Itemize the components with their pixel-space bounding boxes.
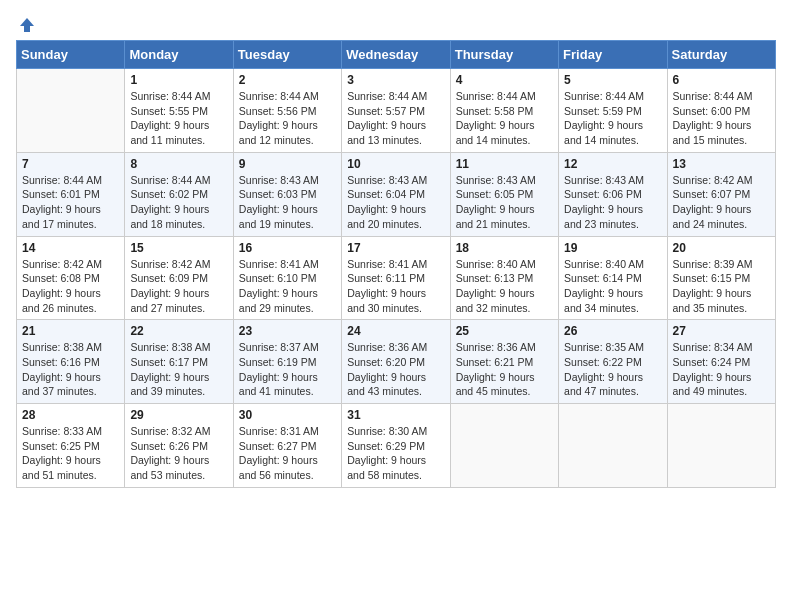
day-number: 9 [239, 157, 336, 171]
cell-info: Sunrise: 8:41 AM Sunset: 6:10 PM Dayligh… [239, 257, 336, 316]
daylight: Daylight: 9 hours and 19 minutes. [239, 203, 318, 230]
calendar-cell: 20 Sunrise: 8:39 AM Sunset: 6:15 PM Dayl… [667, 236, 775, 320]
sunrise: Sunrise: 8:36 AM [456, 341, 536, 353]
cell-info: Sunrise: 8:40 AM Sunset: 6:13 PM Dayligh… [456, 257, 553, 316]
calendar-header-row: SundayMondayTuesdayWednesdayThursdayFrid… [17, 41, 776, 69]
day-number: 31 [347, 408, 444, 422]
sunrise: Sunrise: 8:40 AM [564, 258, 644, 270]
calendar-cell [667, 404, 775, 488]
cell-info: Sunrise: 8:39 AM Sunset: 6:15 PM Dayligh… [673, 257, 770, 316]
sunrise: Sunrise: 8:44 AM [673, 90, 753, 102]
daylight: Daylight: 9 hours and 11 minutes. [130, 119, 209, 146]
sunset: Sunset: 6:17 PM [130, 356, 208, 368]
calendar-cell: 4 Sunrise: 8:44 AM Sunset: 5:58 PM Dayli… [450, 69, 558, 153]
calendar-cell: 11 Sunrise: 8:43 AM Sunset: 6:05 PM Dayl… [450, 152, 558, 236]
svg-marker-0 [20, 18, 34, 32]
sunrise: Sunrise: 8:33 AM [22, 425, 102, 437]
col-header-wednesday: Wednesday [342, 41, 450, 69]
cell-info: Sunrise: 8:30 AM Sunset: 6:29 PM Dayligh… [347, 424, 444, 483]
daylight: Daylight: 9 hours and 14 minutes. [564, 119, 643, 146]
col-header-saturday: Saturday [667, 41, 775, 69]
week-row-2: 7 Sunrise: 8:44 AM Sunset: 6:01 PM Dayli… [17, 152, 776, 236]
daylight: Daylight: 9 hours and 58 minutes. [347, 454, 426, 481]
calendar-cell: 26 Sunrise: 8:35 AM Sunset: 6:22 PM Dayl… [559, 320, 667, 404]
day-number: 30 [239, 408, 336, 422]
calendar-cell: 5 Sunrise: 8:44 AM Sunset: 5:59 PM Dayli… [559, 69, 667, 153]
cell-info: Sunrise: 8:34 AM Sunset: 6:24 PM Dayligh… [673, 340, 770, 399]
sunrise: Sunrise: 8:43 AM [347, 174, 427, 186]
day-number: 29 [130, 408, 227, 422]
calendar-cell: 18 Sunrise: 8:40 AM Sunset: 6:13 PM Dayl… [450, 236, 558, 320]
cell-info: Sunrise: 8:44 AM Sunset: 5:57 PM Dayligh… [347, 89, 444, 148]
sunset: Sunset: 6:09 PM [130, 272, 208, 284]
sunset: Sunset: 6:29 PM [347, 440, 425, 452]
sunset: Sunset: 6:20 PM [347, 356, 425, 368]
sunset: Sunset: 6:00 PM [673, 105, 751, 117]
sunset: Sunset: 6:24 PM [673, 356, 751, 368]
sunset: Sunset: 6:01 PM [22, 188, 100, 200]
calendar-cell: 14 Sunrise: 8:42 AM Sunset: 6:08 PM Dayl… [17, 236, 125, 320]
sunrise: Sunrise: 8:44 AM [239, 90, 319, 102]
calendar-cell: 12 Sunrise: 8:43 AM Sunset: 6:06 PM Dayl… [559, 152, 667, 236]
cell-info: Sunrise: 8:42 AM Sunset: 6:08 PM Dayligh… [22, 257, 119, 316]
sunrise: Sunrise: 8:44 AM [22, 174, 102, 186]
cell-info: Sunrise: 8:41 AM Sunset: 6:11 PM Dayligh… [347, 257, 444, 316]
daylight: Daylight: 9 hours and 24 minutes. [673, 203, 752, 230]
calendar-cell: 1 Sunrise: 8:44 AM Sunset: 5:55 PM Dayli… [125, 69, 233, 153]
cell-info: Sunrise: 8:36 AM Sunset: 6:21 PM Dayligh… [456, 340, 553, 399]
calendar-cell: 13 Sunrise: 8:42 AM Sunset: 6:07 PM Dayl… [667, 152, 775, 236]
sunset: Sunset: 6:04 PM [347, 188, 425, 200]
day-number: 21 [22, 324, 119, 338]
cell-info: Sunrise: 8:37 AM Sunset: 6:19 PM Dayligh… [239, 340, 336, 399]
day-number: 5 [564, 73, 661, 87]
cell-info: Sunrise: 8:33 AM Sunset: 6:25 PM Dayligh… [22, 424, 119, 483]
day-number: 18 [456, 241, 553, 255]
sunrise: Sunrise: 8:42 AM [130, 258, 210, 270]
daylight: Daylight: 9 hours and 14 minutes. [456, 119, 535, 146]
daylight: Daylight: 9 hours and 26 minutes. [22, 287, 101, 314]
sunset: Sunset: 6:27 PM [239, 440, 317, 452]
sunset: Sunset: 6:22 PM [564, 356, 642, 368]
calendar-cell: 7 Sunrise: 8:44 AM Sunset: 6:01 PM Dayli… [17, 152, 125, 236]
sunset: Sunset: 6:02 PM [130, 188, 208, 200]
daylight: Daylight: 9 hours and 39 minutes. [130, 371, 209, 398]
day-number: 14 [22, 241, 119, 255]
calendar-cell: 8 Sunrise: 8:44 AM Sunset: 6:02 PM Dayli… [125, 152, 233, 236]
sunrise: Sunrise: 8:43 AM [456, 174, 536, 186]
col-header-tuesday: Tuesday [233, 41, 341, 69]
cell-info: Sunrise: 8:38 AM Sunset: 6:17 PM Dayligh… [130, 340, 227, 399]
sunset: Sunset: 6:13 PM [456, 272, 534, 284]
sunset: Sunset: 5:58 PM [456, 105, 534, 117]
day-number: 1 [130, 73, 227, 87]
sunset: Sunset: 6:10 PM [239, 272, 317, 284]
daylight: Daylight: 9 hours and 27 minutes. [130, 287, 209, 314]
sunrise: Sunrise: 8:31 AM [239, 425, 319, 437]
cell-info: Sunrise: 8:43 AM Sunset: 6:05 PM Dayligh… [456, 173, 553, 232]
day-number: 11 [456, 157, 553, 171]
cell-info: Sunrise: 8:38 AM Sunset: 6:16 PM Dayligh… [22, 340, 119, 399]
calendar-cell: 10 Sunrise: 8:43 AM Sunset: 6:04 PM Dayl… [342, 152, 450, 236]
logo [16, 16, 36, 30]
calendar-cell: 3 Sunrise: 8:44 AM Sunset: 5:57 PM Dayli… [342, 69, 450, 153]
calendar-cell: 25 Sunrise: 8:36 AM Sunset: 6:21 PM Dayl… [450, 320, 558, 404]
calendar-cell: 15 Sunrise: 8:42 AM Sunset: 6:09 PM Dayl… [125, 236, 233, 320]
day-number: 6 [673, 73, 770, 87]
daylight: Daylight: 9 hours and 17 minutes. [22, 203, 101, 230]
day-number: 12 [564, 157, 661, 171]
calendar-cell: 19 Sunrise: 8:40 AM Sunset: 6:14 PM Dayl… [559, 236, 667, 320]
daylight: Daylight: 9 hours and 23 minutes. [564, 203, 643, 230]
sunset: Sunset: 6:03 PM [239, 188, 317, 200]
day-number: 10 [347, 157, 444, 171]
calendar-cell: 2 Sunrise: 8:44 AM Sunset: 5:56 PM Dayli… [233, 69, 341, 153]
daylight: Daylight: 9 hours and 30 minutes. [347, 287, 426, 314]
logo-icon [18, 16, 36, 34]
week-row-5: 28 Sunrise: 8:33 AM Sunset: 6:25 PM Dayl… [17, 404, 776, 488]
sunset: Sunset: 6:19 PM [239, 356, 317, 368]
day-number: 4 [456, 73, 553, 87]
calendar-cell: 16 Sunrise: 8:41 AM Sunset: 6:10 PM Dayl… [233, 236, 341, 320]
col-header-monday: Monday [125, 41, 233, 69]
day-number: 24 [347, 324, 444, 338]
cell-info: Sunrise: 8:44 AM Sunset: 5:55 PM Dayligh… [130, 89, 227, 148]
calendar-cell [17, 69, 125, 153]
sunrise: Sunrise: 8:44 AM [130, 90, 210, 102]
